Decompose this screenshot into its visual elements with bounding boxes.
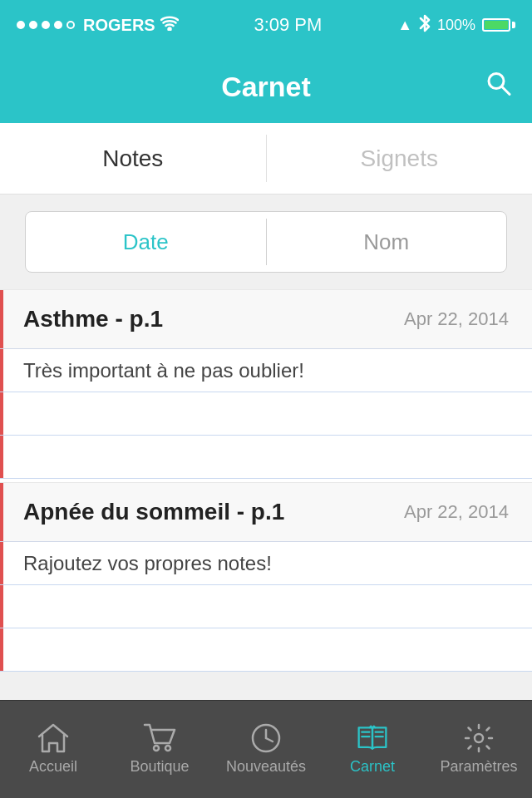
clock-icon	[249, 723, 283, 753]
bottom-nav: Accueil Boutique Nouveautés	[0, 700, 532, 798]
svg-line-2	[502, 87, 510, 95]
battery-percent: 100%	[437, 17, 475, 34]
nav-accueil[interactable]: Accueil	[0, 723, 106, 776]
nav-parametres-label: Paramètres	[440, 758, 517, 776]
status-bar: ROGERS 3:09 PM ▲ 100%	[0, 0, 532, 50]
note-line-content-1: Très important à ne pas oublier!	[3, 349, 532, 392]
nav-nouveautes-label: Nouveautés	[226, 758, 306, 776]
battery-icon	[482, 18, 515, 32]
svg-line-7	[266, 738, 273, 741]
nav-accueil-label: Accueil	[29, 758, 77, 776]
status-left: ROGERS	[17, 16, 179, 35]
svg-point-3	[154, 746, 159, 751]
search-button[interactable]	[485, 71, 512, 103]
nav-carnet[interactable]: Carnet	[319, 723, 426, 776]
note-group-2: Apnée du sommeil - p.1 Apr 22, 2014 Rajo…	[0, 482, 532, 672]
note-line-empty-1a[interactable]	[0, 392, 532, 436]
note-lines-1: Très important à ne pas oublier!	[0, 349, 532, 479]
note-header-1[interactable]: Asthme - p.1 Apr 22, 2014	[0, 289, 532, 349]
note-title-1: Asthme - p.1	[23, 306, 163, 332]
note-line-empty-2b[interactable]	[0, 628, 532, 672]
nav-boutique[interactable]: Boutique	[106, 723, 213, 776]
nav-parametres[interactable]: Paramètres	[426, 723, 532, 776]
note-title-2: Apnée du sommeil - p.1	[23, 499, 284, 525]
notes-list: Asthme - p.1 Apr 22, 2014 Très important…	[0, 289, 532, 672]
cart-icon	[143, 723, 176, 753]
note-title-row-1: Asthme - p.1 Apr 22, 2014	[3, 306, 532, 332]
tab-bar: Notes Signets	[0, 123, 532, 195]
content-area: Notes Signets Date Nom Asthme - p.1 A	[0, 123, 532, 700]
tab-notes[interactable]: Notes	[0, 123, 266, 194]
note-group-1: Asthme - p.1 Apr 22, 2014 Très important…	[0, 289, 532, 479]
note-title-row-2: Apnée du sommeil - p.1 Apr 22, 2014	[3, 499, 532, 525]
note-header-2[interactable]: Apnée du sommeil - p.1 Apr 22, 2014	[0, 482, 532, 542]
svg-point-12	[475, 734, 483, 742]
tab-signets[interactable]: Signets	[267, 123, 533, 194]
note-line-empty-2a[interactable]	[0, 585, 532, 628]
note-date-1: Apr 22, 2014	[404, 308, 509, 330]
status-time: 3:09 PM	[254, 14, 322, 36]
book-icon	[356, 723, 389, 753]
note-lines-2: Rajoutez vos propres notes!	[0, 542, 532, 672]
svg-point-4	[165, 746, 170, 751]
nav-carnet-label: Carnet	[350, 758, 395, 776]
note-date-2: Apr 22, 2014	[404, 501, 509, 523]
note-line-empty-1b[interactable]	[0, 436, 532, 479]
nav-boutique-label: Boutique	[130, 758, 189, 776]
note-line-text-1[interactable]: Très important à ne pas oublier!	[0, 349, 532, 392]
sort-date-button[interactable]: Date	[26, 212, 266, 272]
sort-buttons-group: Date Nom	[25, 211, 507, 273]
svg-point-0	[168, 27, 170, 30]
header-title: Carnet	[221, 71, 311, 103]
bluetooth-icon	[419, 14, 431, 37]
status-right: ▲ 100%	[397, 14, 515, 37]
gear-icon	[462, 723, 495, 753]
note-line-content-2: Rajoutez vos propres notes!	[3, 542, 532, 584]
carrier-label: ROGERS	[83, 16, 155, 35]
nav-nouveautes[interactable]: Nouveautés	[213, 723, 319, 776]
note-line-text-2[interactable]: Rajoutez vos propres notes!	[0, 542, 532, 585]
sort-bar: Date Nom	[0, 195, 532, 289]
wifi-icon	[160, 16, 179, 35]
home-icon	[37, 723, 70, 753]
location-icon: ▲	[397, 17, 412, 34]
sort-nom-button[interactable]: Nom	[267, 212, 507, 272]
app-header: Carnet	[0, 50, 532, 123]
signal-dots	[17, 21, 75, 29]
